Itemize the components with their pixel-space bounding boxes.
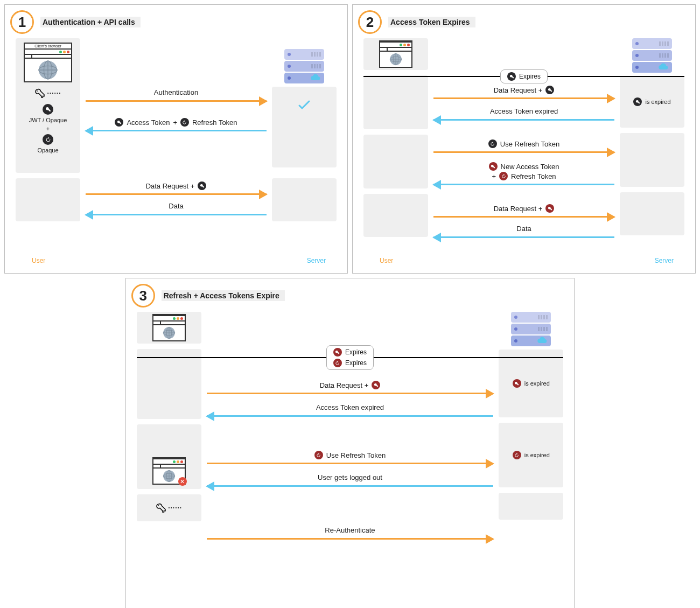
- arrow-p3-2: Access Token expired: [207, 415, 494, 417]
- opaque-label: Opaque: [37, 147, 58, 153]
- step-number-1: 1: [10, 10, 34, 34]
- access-token-icon: [507, 72, 516, 81]
- server-icon: [620, 38, 684, 73]
- server-icon: [272, 49, 337, 83]
- step-number-3: 3: [131, 284, 155, 308]
- arrow-p2-4: New Access Token +Refresh Token: [433, 184, 614, 185]
- server-block-2b: [620, 133, 684, 187]
- server-block-3c: [499, 493, 563, 520]
- arrow-data-req: Data Request +: [86, 193, 267, 195]
- plus-label: +: [46, 125, 50, 132]
- credentials-icon: ······: [156, 502, 182, 513]
- server-block-2c: [620, 192, 684, 235]
- server-block-2a: is expired: [620, 76, 684, 128]
- arrow-label-auth: Authentication: [86, 88, 267, 96]
- panel-title-2: Access Token Expires: [388, 17, 475, 27]
- server-caption: Server: [655, 257, 674, 264]
- expired-refresh-token-icon: [314, 451, 323, 459]
- server-icon: [499, 312, 563, 346]
- user-caption: User: [380, 257, 393, 264]
- arrow-label-data: Data: [86, 202, 267, 210]
- arrow-p2-5: Data Request +: [433, 216, 614, 218]
- credentials-icon: ······: [34, 88, 61, 99]
- arrow-p2-1: Data Request +: [433, 97, 614, 99]
- server-block-3b: is expired: [499, 423, 563, 487]
- jwt-opaque-label: JWT / Opaque: [29, 117, 67, 123]
- browser-logged-out-icon: ✕: [152, 457, 186, 485]
- user-browser-block: [137, 312, 201, 344]
- arrow-data: Data: [86, 214, 267, 215]
- arrow-p2-3: Use Refresh Token: [433, 151, 614, 153]
- expired-refresh-token-icon: [513, 451, 521, 459]
- user-block-3c: ······: [137, 494, 201, 521]
- new-access-token-icon: [489, 162, 498, 171]
- new-access-token-icon: [545, 204, 554, 213]
- access-token-icon: [633, 97, 642, 106]
- expire-box: Expires: [500, 69, 548, 83]
- panel-title-1: Authentication + API calls: [40, 17, 141, 27]
- arrow-p2-2: Access Token expired: [433, 119, 614, 121]
- arrow-p2-6: Data: [433, 236, 614, 238]
- user-browser-block: [363, 38, 428, 70]
- browser-icon: [379, 40, 412, 68]
- arrow-tokens-back: Access Token + Refresh Token: [86, 130, 267, 131]
- server-block-3a: is expired: [499, 350, 563, 417]
- new-refresh-token-icon: [499, 172, 508, 180]
- panel-title-3: Refresh + Access Tokens Expire: [162, 290, 285, 301]
- refresh-token-icon: [488, 139, 497, 148]
- expire-box: Expires Expires: [326, 345, 374, 370]
- browser-icon: [152, 314, 186, 341]
- arrow-p3-3: Use Refresh Token: [207, 463, 494, 464]
- arrow-label-tokens: Access Token + Refresh Token: [86, 118, 267, 127]
- user-block-2a: [363, 75, 428, 129]
- access-token-icon: [43, 104, 53, 115]
- expired-access-token-icon: [513, 379, 521, 388]
- refresh-token-icon: [180, 118, 189, 127]
- user-block-3b: ✕: [137, 424, 201, 489]
- step-number-2: 2: [358, 10, 382, 34]
- arrow-auth: Authentication: [86, 100, 267, 102]
- panel-access-expires: 2 Access Token Expires: [352, 4, 696, 274]
- arrow-p3-5: Re-Authenticate: [207, 538, 494, 540]
- arrow-label-data-req: Data Request +: [86, 181, 267, 190]
- browser-icon: Client's browser: [24, 43, 72, 82]
- access-token-icon: [115, 118, 123, 127]
- user-block-3a: [137, 349, 201, 419]
- panel-auth-api: 1 Authentication + API calls Client's br…: [4, 4, 348, 274]
- access-token-icon: [198, 181, 206, 190]
- server-block-1b: [272, 178, 337, 221]
- error-icon: ✕: [178, 477, 187, 486]
- arrow-p3-4: User gets logged out: [207, 485, 494, 487]
- expired-access-token-icon: [372, 381, 380, 389]
- user-block-1b: [16, 178, 80, 221]
- server-block-1a: [272, 87, 337, 167]
- arrow-p3-1: Data Request +: [207, 393, 494, 394]
- expired-access-token-icon: [333, 348, 342, 357]
- access-token-icon: [545, 86, 554, 94]
- check-icon: [297, 99, 311, 114]
- user-caption: User: [32, 257, 45, 264]
- user-block-1a: Client's browser ······ JWT / Opaque + O…: [16, 38, 80, 173]
- refresh-token-icon: [43, 134, 53, 145]
- user-block-2c: [363, 194, 428, 237]
- user-block-2b: [363, 135, 428, 188]
- server-caption: Server: [307, 257, 326, 264]
- panel-both-expire: 3 Refresh + Access Tokens Expire ✕: [125, 278, 575, 608]
- expired-refresh-token-icon: [333, 359, 342, 367]
